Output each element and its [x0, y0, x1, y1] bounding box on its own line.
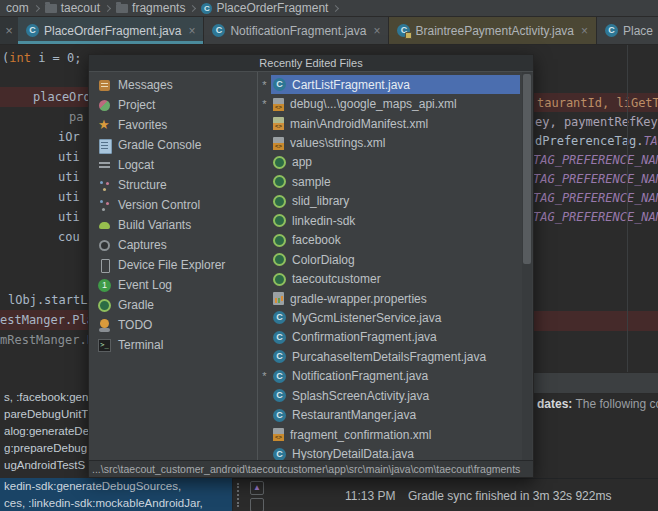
- tool-window-todo[interactable]: TODO: [89, 315, 257, 335]
- tool-window-device-file-explorer[interactable]: Device File Explorer: [89, 255, 257, 275]
- gradle-module-icon: [273, 175, 286, 188]
- breadcrumb-item-taecout[interactable]: taecout: [45, 1, 100, 15]
- popup-scrollbar[interactable]: [522, 72, 532, 460]
- file-row[interactable]: *NotificationFragment.java: [258, 367, 533, 386]
- class-icon: [273, 78, 286, 91]
- code-line: taurantId, liGetTe: [537, 96, 658, 110]
- file-row[interactable]: sample: [258, 172, 533, 191]
- file-row[interactable]: *debug\...\google_maps_api.xml: [258, 94, 533, 113]
- tool-window-terminal[interactable]: Terminal: [89, 335, 257, 355]
- code-line: uti: [58, 210, 80, 224]
- tool-window-structure[interactable]: Structure: [89, 175, 257, 195]
- event-log-icon: [98, 279, 111, 292]
- modified-marker: *: [258, 79, 271, 91]
- tab-notificationfragment-java[interactable]: NotificationFragment.java ×: [204, 17, 389, 44]
- editor-tab-bar: × PlaceOrderFragment.java × Notification…: [0, 17, 658, 45]
- version-control-icon: [98, 199, 111, 212]
- console-toolbar-button[interactable]: [250, 498, 264, 511]
- breadcrumb-item-placeorderfragment[interactable]: PlaceOrderFragment: [201, 1, 328, 15]
- gradle-module-icon: [273, 214, 286, 227]
- code-line: uti: [58, 170, 80, 184]
- project-icon: [98, 99, 111, 112]
- phone-icon: [98, 259, 111, 272]
- tool-window-build-variants[interactable]: Build Variants: [89, 215, 257, 235]
- manifest-file-icon: [273, 117, 284, 130]
- chevron-right-icon: [33, 4, 40, 11]
- console-line: s, :facebook:gen: [4, 391, 88, 407]
- tool-window-favorites[interactable]: Favorites: [89, 115, 257, 135]
- file-row[interactable]: RestaurantManger.java: [258, 405, 533, 424]
- tool-window-event-log[interactable]: Event Log: [89, 275, 257, 295]
- android-icon: [98, 219, 111, 232]
- divider: [232, 478, 233, 511]
- tool-window-gradle-console[interactable]: Gradle Console: [89, 135, 257, 155]
- tab-close-icon[interactable]: ×: [373, 24, 380, 38]
- tab-close-icon[interactable]: ×: [188, 24, 195, 38]
- file-row[interactable]: ColorDialog: [258, 250, 533, 269]
- tool-window-captures[interactable]: Captures: [89, 235, 257, 255]
- scrollbar-thumb[interactable]: [523, 74, 531, 264]
- file-row[interactable]: SplashScreenActivity.java: [258, 386, 533, 405]
- file-row[interactable]: HystoryDetailData.java: [258, 444, 533, 460]
- scroll-to-end-button[interactable]: ▲: [250, 481, 264, 495]
- file-row[interactable]: facebook: [258, 231, 533, 250]
- messages-icon: [98, 79, 111, 92]
- tool-window-project[interactable]: Project: [89, 95, 257, 115]
- highlighted-line: [533, 311, 658, 331]
- class-icon: [273, 389, 286, 402]
- drag-handle[interactable]: [237, 483, 239, 507]
- code-line: estManger.Pla: [0, 313, 94, 327]
- file-row[interactable]: values\strings.xml: [258, 133, 533, 152]
- console-selected-line[interactable]: ces, :linkedin-sdk:mockableAndroidJar,: [0, 495, 233, 511]
- chevron-right-icon: [189, 4, 196, 11]
- modified-marker: *: [258, 370, 271, 382]
- code-line: lObj.startLo: [8, 293, 95, 307]
- file-row[interactable]: MyGcmListenerService.java: [258, 308, 533, 327]
- file-row[interactable]: slid_library: [258, 192, 533, 211]
- gradle-module-icon: [273, 273, 286, 286]
- ide-window: (int i = 0; placeOrderM pa iOr uti uti u…: [0, 0, 658, 511]
- class-icon: [273, 409, 286, 422]
- console-selected-line[interactable]: kedin-sdk:generateDebugSources,: [0, 478, 233, 495]
- file-row[interactable]: fragment_confirmation.xml: [258, 425, 533, 444]
- tab-close-icon[interactable]: ×: [581, 24, 588, 38]
- tool-window-version-control[interactable]: Version Control: [89, 195, 257, 215]
- console-line: g:prepareDebug: [4, 442, 88, 458]
- file-row[interactable]: *CartListFragment.java: [258, 75, 533, 94]
- event-log-panel-header: [533, 372, 658, 394]
- file-row[interactable]: main\AndroidManifest.xml: [258, 114, 533, 133]
- breadcrumb-item-com[interactable]: com: [6, 1, 29, 15]
- popup-body: Messages Project Favorites Gradle Consol…: [89, 72, 533, 460]
- file-row[interactable]: linkedin-sdk: [258, 211, 533, 230]
- class-icon: [273, 448, 286, 460]
- tab-braintreepaymentactivity-java[interactable]: BraintreePaymentActivity.java ×: [389, 17, 597, 44]
- recent-files-list: *CartListFragment.java *debug\...\google…: [258, 72, 533, 460]
- code-line: (int i = 0;: [2, 51, 82, 65]
- logcat-icon: [98, 159, 111, 172]
- structure-icon: [98, 179, 111, 192]
- class-icon: [212, 24, 225, 37]
- file-row[interactable]: ConfirmationFragment.java: [258, 328, 533, 347]
- breadcrumb-item-fragments[interactable]: fragments: [116, 1, 185, 15]
- file-row[interactable]: app: [258, 153, 533, 172]
- close-icon[interactable]: ×: [0, 17, 18, 44]
- code-line: uti: [58, 190, 80, 204]
- gradle-module-icon: [273, 195, 286, 208]
- code-line: TAG_PREFERENCE_NAME: [533, 191, 658, 205]
- folder-icon: [116, 4, 128, 13]
- tab-placeorderfragment-java[interactable]: PlaceOrderFragment.java ×: [18, 17, 204, 44]
- tool-window-logcat[interactable]: Logcat: [89, 155, 257, 175]
- divider: [232, 478, 658, 479]
- recently-edited-files-popup: Recently Edited Files Messages Project F…: [88, 54, 534, 478]
- console-line: ugAndroidTestS: [4, 459, 88, 475]
- chevron-right-icon: [332, 4, 339, 11]
- class-icon: [605, 24, 618, 37]
- file-row[interactable]: gradle-wrapper.properties: [258, 289, 533, 308]
- tool-window-messages[interactable]: Messages: [89, 75, 257, 95]
- todo-icon: [98, 319, 111, 332]
- tab-place-partial[interactable]: Place: [597, 17, 658, 44]
- class-icon: [26, 24, 39, 37]
- tool-window-gradle[interactable]: Gradle: [89, 295, 257, 315]
- file-row[interactable]: PurcahaseItemDetailsFragment.java: [258, 347, 533, 366]
- file-row[interactable]: taecoutcustomer: [258, 269, 533, 288]
